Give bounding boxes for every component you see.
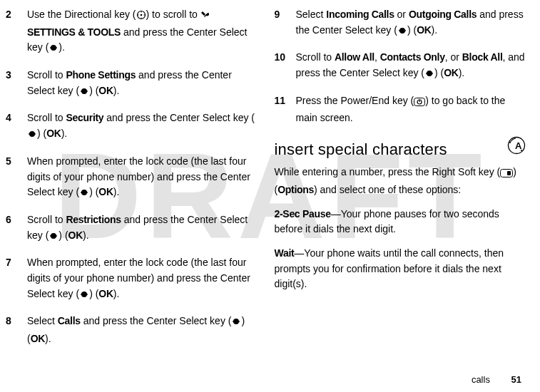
step-number: 3 — [6, 68, 17, 100]
left-column: 2Use the Directional key () to scroll to… — [6, 7, 258, 357]
svg-point-9 — [29, 133, 30, 135]
section-intro: While entering a number, press the Right… — [275, 165, 526, 197]
bold-term: Options — [277, 184, 314, 195]
step-body: Press the Power/End key () to go back to… — [296, 93, 526, 126]
right-column: 9Select Incoming Calls or Outgoing Calls… — [275, 7, 526, 357]
power-icon — [414, 96, 425, 111]
bold-term: Wait — [275, 247, 295, 259]
step-6: 6Scroll to Restrictions and press the Ce… — [6, 212, 258, 245]
step-5: 5When prompted, enter the lock code (the… — [6, 154, 258, 202]
svg-rect-37 — [507, 171, 511, 175]
step-3: 3Scroll to Phone Settings and press the … — [6, 68, 258, 100]
step-number: 6 — [6, 212, 17, 245]
svg-point-5 — [81, 88, 87, 94]
section-heading-row: insert special charactersA — [275, 136, 526, 165]
step-number: 5 — [6, 154, 17, 202]
step-body: Select Calls and press the Center Select… — [27, 314, 258, 346]
svg-point-13 — [86, 192, 88, 193]
step-11: 11Press the Power/End key () to go back … — [275, 93, 526, 126]
center-icon — [27, 128, 37, 144]
svg-point-2 — [51, 45, 56, 51]
step-body: Scroll to Phone Settings and press the C… — [27, 68, 258, 100]
bold-term: OK — [98, 85, 113, 96]
step-body: When prompted, enter the lock code (the … — [27, 255, 258, 304]
svg-point-4 — [56, 47, 57, 48]
page-number: 51 — [511, 374, 521, 385]
bold-term: Allow All — [335, 51, 375, 63]
step-9: 9Select Incoming Calls or Outgoing Calls… — [275, 7, 526, 40]
bold-term: 2-Sec Pause — [275, 208, 331, 220]
svg-point-12 — [81, 192, 82, 193]
svg-point-6 — [81, 91, 82, 92]
svg-point-8 — [29, 131, 35, 137]
center-icon — [79, 187, 89, 202]
bold-term: OK — [98, 186, 113, 197]
page-footer: calls 51 — [472, 374, 521, 385]
bold-term: Outgoing Calls — [409, 9, 477, 20]
svg-point-20 — [233, 319, 239, 324]
svg-point-1 — [140, 14, 142, 16]
center-icon — [79, 289, 89, 304]
step-number: 9 — [275, 7, 286, 40]
bold-term: OK — [444, 67, 458, 78]
center-icon — [79, 86, 89, 101]
tools-icon — [200, 9, 210, 25]
center-icon — [231, 316, 241, 331]
bold-term: Calls — [58, 315, 81, 326]
step-number: 4 — [6, 110, 17, 143]
svg-point-14 — [51, 233, 56, 239]
bold-term: SETTINGS & TOOLS — [27, 26, 121, 38]
svg-point-10 — [34, 133, 36, 135]
svg-point-26 — [427, 71, 432, 76]
svg-point-21 — [233, 321, 235, 322]
step-2: 2Use the Directional key () to scroll to… — [6, 7, 258, 58]
soft-icon — [500, 167, 513, 182]
step-body: Select Incoming Calls or Outgoing Calls … — [296, 7, 526, 40]
svg-point-23 — [399, 28, 405, 33]
svg-point-18 — [81, 294, 82, 295]
step-body: Use the Directional key () to scroll to … — [27, 7, 258, 58]
step-body: Scroll to Allow All, Contacts Only, or B… — [296, 50, 526, 83]
bold-term: OK — [46, 128, 61, 139]
svg-point-24 — [399, 30, 400, 31]
svg-point-16 — [56, 235, 57, 237]
svg-point-27 — [426, 73, 427, 74]
center-icon — [424, 68, 434, 83]
svg-point-11 — [81, 190, 87, 195]
bold-term: Phone Settings — [66, 69, 136, 81]
svg-point-7 — [86, 91, 88, 92]
step-7: 7When prompted, enter the lock code (the… — [6, 255, 258, 304]
section-title: insert special characters — [275, 140, 501, 159]
step-number: 7 — [6, 255, 17, 304]
step-8: 8Select Calls and press the Center Selec… — [6, 314, 258, 346]
content-columns: 2Use the Directional key () to scroll to… — [0, 0, 540, 357]
option-2sec-pause: 2-Sec Pause—Your phone pauses for two se… — [275, 207, 526, 237]
bold-term: OK — [31, 333, 45, 344]
svg-point-15 — [50, 235, 51, 237]
footer-section-label: calls — [472, 374, 490, 385]
bold-term: Restrictions — [66, 214, 121, 225]
center-icon — [49, 230, 58, 246]
step-body: Scroll to Security and press the Center … — [27, 110, 258, 143]
step-number: 10 — [275, 50, 286, 83]
svg-point-34 — [509, 142, 511, 143]
bold-term: OK — [68, 229, 83, 241]
feature-badge-icon: A — [507, 136, 526, 158]
svg-point-19 — [86, 294, 88, 295]
center-icon — [49, 42, 58, 58]
step-number: 2 — [6, 7, 17, 58]
svg-point-17 — [81, 292, 87, 297]
step-body: Scroll to Restrictions and press the Cen… — [27, 212, 258, 245]
option-wait: Wait—Your phone waits until the call con… — [275, 246, 526, 292]
step-4: 4Scroll to Security and press the Center… — [6, 110, 258, 143]
step-body: When prompted, enter the lock code (the … — [27, 154, 258, 202]
bold-term: OK — [417, 24, 431, 36]
svg-point-3 — [50, 47, 51, 48]
svg-point-35 — [521, 150, 522, 151]
svg-text:A: A — [515, 140, 522, 151]
step-number: 8 — [6, 314, 17, 346]
svg-point-25 — [404, 30, 406, 31]
bold-term: Contacts Only — [380, 51, 445, 63]
bold-term: Block All — [462, 51, 503, 63]
bold-term: OK — [98, 288, 113, 299]
